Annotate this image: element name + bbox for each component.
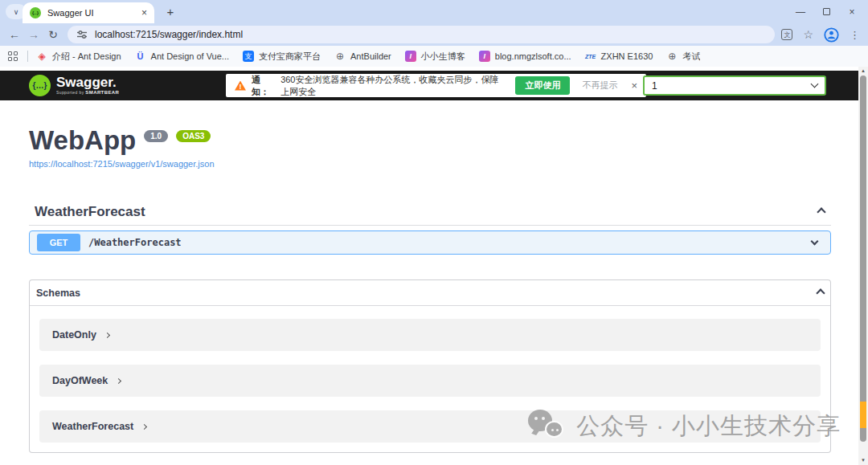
toolbar-right: 文 ☆ ⋮ bbox=[781, 27, 860, 43]
scroll-down-icon[interactable]: ▾ bbox=[858, 457, 868, 463]
page-scrollbar[interactable]: ▴ ▾ bbox=[858, 67, 868, 465]
chevron-right-icon bbox=[116, 378, 121, 384]
bookmark-label: 支付宝商家平台 bbox=[259, 51, 321, 63]
bookmark-item[interactable]: ⊕ 考试 bbox=[666, 51, 700, 63]
notice-close-icon[interactable]: × bbox=[631, 80, 637, 92]
back-button[interactable]: ← bbox=[5, 28, 24, 41]
definition-select[interactable]: 1 bbox=[643, 75, 826, 96]
bookmark-favicon-icon: I bbox=[405, 51, 416, 62]
bookmark-label: 小小生博客 bbox=[421, 51, 465, 63]
bookmarks-list: ◈ 介绍 - Ant Design Ü Ant Design of Vue...… bbox=[36, 51, 700, 63]
swagger-logo: {…} Swagger. Supported by SMARTBEAR bbox=[29, 75, 119, 96]
scrollbar-thumb[interactable] bbox=[860, 75, 866, 442]
bookmark-item[interactable]: I 小小生博客 bbox=[405, 51, 465, 63]
close-window-button[interactable]: × bbox=[839, 0, 865, 23]
bookmark-item[interactable]: ZTE ZXHN E1630 bbox=[585, 51, 653, 62]
tag-section-header[interactable]: WeatherForecast bbox=[29, 199, 831, 226]
scroll-up-icon[interactable]: ▴ bbox=[858, 67, 868, 74]
schemas-title: Schemas bbox=[36, 288, 80, 299]
schemas-header[interactable]: Schemas bbox=[30, 280, 830, 306]
swagger-logo-icon: {…} bbox=[29, 75, 51, 96]
bookmark-favicon-icon: ⊕ bbox=[666, 51, 678, 62]
tab-close-icon[interactable]: × bbox=[141, 7, 147, 18]
http-method-badge: GET bbox=[37, 234, 80, 251]
web-content: {…} Swagger. Supported by SMARTBEAR ! 通知… bbox=[0, 67, 858, 465]
translate-icon[interactable]: 文 bbox=[781, 29, 792, 40]
watermark: 公众号 · 小小生技术分享 bbox=[528, 410, 841, 443]
swagger-logo-subtext: Supported by SMARTBEAR bbox=[56, 90, 119, 95]
api-title: WebApp bbox=[29, 126, 136, 155]
chevron-down-icon: ∨ bbox=[14, 8, 19, 16]
bookmarks-bar: ◈ 介绍 - Ant Design Ü Ant Design of Vue...… bbox=[0, 46, 868, 67]
use-now-button[interactable]: 立即使用 bbox=[515, 76, 570, 95]
chevron-up-icon bbox=[816, 288, 825, 297]
bookmark-favicon-icon: I bbox=[479, 51, 490, 62]
bookmark-favicon-icon: ◈ bbox=[36, 51, 47, 62]
schema-model-row[interactable]: DateOnly bbox=[39, 319, 821, 351]
operation-row-get[interactable]: GET /WeatherForecast bbox=[29, 230, 831, 255]
bookmark-favicon-icon: 支 bbox=[243, 51, 254, 62]
maximize-button[interactable] bbox=[813, 0, 839, 23]
browser-menu-icon[interactable]: ⋮ bbox=[850, 29, 860, 41]
chevron-right-icon bbox=[104, 332, 110, 338]
bookmark-favicon-icon: Ü bbox=[135, 51, 146, 62]
chevron-down-icon bbox=[811, 238, 819, 246]
chevron-right-icon bbox=[141, 424, 147, 430]
minimize-button[interactable]: — bbox=[788, 0, 813, 23]
site-settings-icon[interactable] bbox=[76, 30, 88, 39]
api-info: WebApp 1.0 OAS3 https://localhost:7215/s… bbox=[29, 126, 215, 169]
maximize-icon bbox=[823, 8, 830, 15]
bookmark-label: Ant Design of Vue... bbox=[151, 51, 229, 61]
watermark-text: 公众号 · 小小生技术分享 bbox=[576, 410, 841, 443]
bookmark-favicon-icon: ZTE bbox=[585, 51, 596, 62]
schema-model-row[interactable]: DayOfWeek bbox=[39, 365, 821, 397]
bookmark-label: 考试 bbox=[682, 51, 700, 63]
schema-model-name: DateOnly bbox=[52, 329, 96, 341]
window-controls: — × bbox=[788, 0, 865, 23]
url-text[interactable]: localhost:7215/swagger/index.html bbox=[95, 29, 243, 40]
address-bar[interactable]: localhost:7215/swagger/index.html bbox=[68, 26, 775, 43]
bookmarks-divider bbox=[27, 51, 28, 62]
notice-text: 360安全浏览器兼容各种办公系统，收藏夹云同步，保障上网安全 bbox=[280, 74, 504, 98]
chevron-down-icon bbox=[811, 80, 819, 88]
notification-banner: ! 通知： 360安全浏览器兼容各种办公系统，收藏夹云同步，保障上网安全 立即使… bbox=[226, 74, 646, 97]
definition-select-value: 1 bbox=[652, 80, 657, 92]
spec-url-link[interactable]: https://localhost:7215/swagger/v1/swagge… bbox=[29, 159, 215, 169]
bookmark-label: AntBuilder bbox=[350, 51, 391, 61]
bookmark-item[interactable]: 支 支付宝商家平台 bbox=[243, 51, 321, 63]
new-tab-button[interactable]: + bbox=[162, 3, 178, 19]
schema-model-name: DayOfWeek bbox=[52, 375, 108, 386]
reload-button[interactable]: ↻ bbox=[43, 28, 63, 41]
chevron-up-icon bbox=[817, 207, 825, 216]
bookmark-label: ZXHN E1630 bbox=[601, 51, 653, 61]
version-badge: 1.0 bbox=[144, 130, 168, 142]
bookmark-label: 介绍 - Ant Design bbox=[52, 51, 121, 63]
operation-path: /WeatherForecast bbox=[88, 237, 812, 248]
bookmark-item[interactable]: I blog.nmgzlsoft.co... bbox=[479, 51, 571, 62]
browser-toolbar: ← → ↻ localhost:7215/swagger/index.html … bbox=[0, 23, 868, 46]
schema-model-name: WeatherForecast bbox=[52, 421, 133, 432]
browser-tab[interactable]: {..} Swagger UI × bbox=[23, 2, 154, 23]
notice-label: 通知： bbox=[252, 74, 275, 98]
swagger-favicon-icon: {..} bbox=[30, 7, 41, 18]
warning-icon: ! bbox=[235, 81, 246, 91]
tab-title: Swagger UI bbox=[47, 8, 135, 18]
oas3-badge: OAS3 bbox=[176, 130, 211, 142]
swagger-topbar: {…} Swagger. Supported by SMARTBEAR ! 通知… bbox=[0, 71, 858, 100]
bookmark-item[interactable]: ◈ 介绍 - Ant Design bbox=[36, 51, 121, 63]
bookmark-item[interactable]: Ü Ant Design of Vue... bbox=[135, 51, 229, 62]
tag-title: WeatherForecast bbox=[35, 204, 145, 220]
wechat-icon bbox=[528, 410, 566, 443]
apps-grid-icon[interactable] bbox=[8, 51, 18, 61]
dont-remind-button[interactable]: 不再提示 bbox=[582, 80, 617, 92]
bookmark-item[interactable]: ⊕ AntBuilder bbox=[334, 51, 391, 62]
scrollbar-marker bbox=[860, 402, 866, 428]
bookmark-star-icon[interactable]: ☆ bbox=[803, 28, 813, 41]
browser-titlebar: ∨ {..} Swagger UI × + — × bbox=[0, 0, 868, 23]
forward-button[interactable]: → bbox=[24, 28, 43, 41]
swagger-logo-text: Swagger. bbox=[56, 76, 119, 89]
bookmark-label: blog.nmgzlsoft.co... bbox=[495, 51, 571, 61]
profile-avatar-icon[interactable] bbox=[824, 27, 839, 43]
bookmark-favicon-icon: ⊕ bbox=[334, 51, 346, 62]
